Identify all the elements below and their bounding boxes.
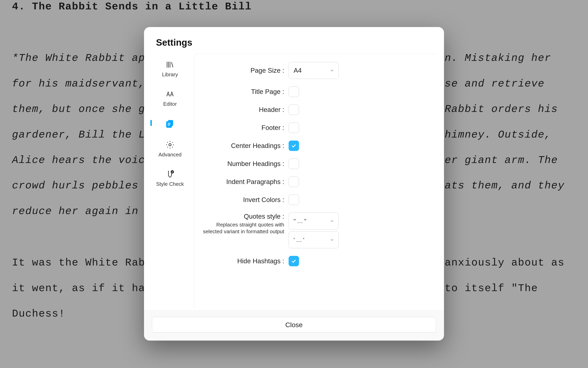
header-label: Header : (200, 106, 284, 113)
setting-invert-colors: Invert Colors : (200, 195, 424, 205)
dialog-footer: Close (144, 310, 444, 340)
chevron-down-icon (330, 68, 334, 73)
quotes-single-select[interactable]: '…' (289, 231, 339, 248)
sidebar-item-editor[interactable]: Editor (152, 88, 188, 108)
settings-dialog: Settings Library (144, 27, 444, 340)
sidebar-label-style-check: Style Check (156, 181, 184, 187)
page-size-select[interactable]: A4 (289, 62, 339, 79)
title-page-checkbox[interactable] (289, 86, 299, 97)
setting-hide-hashtags: Hide Hashtags : (200, 256, 424, 266)
gear-icon (165, 140, 175, 150)
editor-icon (165, 89, 175, 99)
invert-colors-checkbox[interactable] (289, 195, 299, 205)
setting-number-headings: Number Headings : (200, 159, 424, 169)
dialog-body: Library Editor (144, 54, 444, 310)
setting-quotes-style: Quotes style : Replaces straight quotes … (200, 213, 424, 248)
dialog-title: Settings (156, 37, 432, 48)
header-checkbox[interactable] (289, 104, 299, 115)
close-button[interactable]: Close (152, 317, 436, 332)
setting-center-headings: Center Headings : (200, 140, 424, 151)
center-headings-label: Center Headings : (200, 142, 284, 150)
settings-content: Page Size : A4 Title Page : (194, 54, 436, 308)
hide-hashtags-checkbox[interactable] (289, 256, 299, 266)
quotes-single-value: '…' (294, 237, 305, 243)
center-headings-checkbox[interactable] (289, 140, 299, 151)
sidebar-label-editor: Editor (163, 101, 177, 107)
style-check-icon (165, 169, 175, 179)
indent-paragraphs-checkbox[interactable] (289, 177, 299, 187)
setting-page-size: Page Size : A4 (200, 62, 424, 79)
modal-overlay: Settings Library (0, 0, 588, 368)
footer-label: Footer : (200, 124, 284, 131)
title-page-label: Title Page : (200, 88, 284, 95)
indent-paragraphs-label: Indent Paragraphs : (200, 178, 284, 186)
chevron-down-icon (330, 238, 334, 242)
sidebar-label-advanced: Advanced (158, 152, 182, 158)
sidebar-label-library: Library (162, 72, 178, 78)
setting-title-page: Title Page : (200, 86, 424, 97)
sidebar-item-style-check[interactable]: Style Check (152, 168, 188, 188)
sidebar-item-library[interactable]: Library (152, 59, 188, 79)
number-headings-label: Number Headings : (200, 160, 284, 168)
dialog-header: Settings (144, 27, 444, 54)
sidebar-item-advanced[interactable]: Advanced (152, 139, 188, 159)
setting-indent-paragraphs: Indent Paragraphs : (200, 177, 424, 187)
page-size-value: A4 (294, 67, 302, 74)
page-size-label: Page Size : (200, 67, 284, 74)
number-headings-checkbox[interactable] (289, 159, 299, 169)
svg-point-6 (169, 144, 171, 146)
quotes-double-select[interactable]: "…" (289, 213, 339, 230)
chevron-down-icon (330, 219, 334, 223)
settings-sidebar: Library Editor (152, 54, 188, 308)
quotes-style-label: Quotes style : (200, 213, 284, 220)
setting-header: Header : (200, 104, 424, 115)
library-icon (165, 60, 175, 69)
invert-colors-label: Invert Colors : (200, 196, 284, 204)
pages-icon (165, 119, 175, 128)
hide-hashtags-label: Hide Hashtags : (200, 257, 284, 265)
quotes-style-sublabel: Replaces straight quotes with selected v… (200, 221, 284, 235)
setting-footer: Footer : (200, 122, 424, 133)
sidebar-item-pages[interactable]: Pages (152, 118, 188, 129)
footer-checkbox[interactable] (289, 122, 299, 133)
quotes-double-value: "…" (294, 218, 307, 224)
